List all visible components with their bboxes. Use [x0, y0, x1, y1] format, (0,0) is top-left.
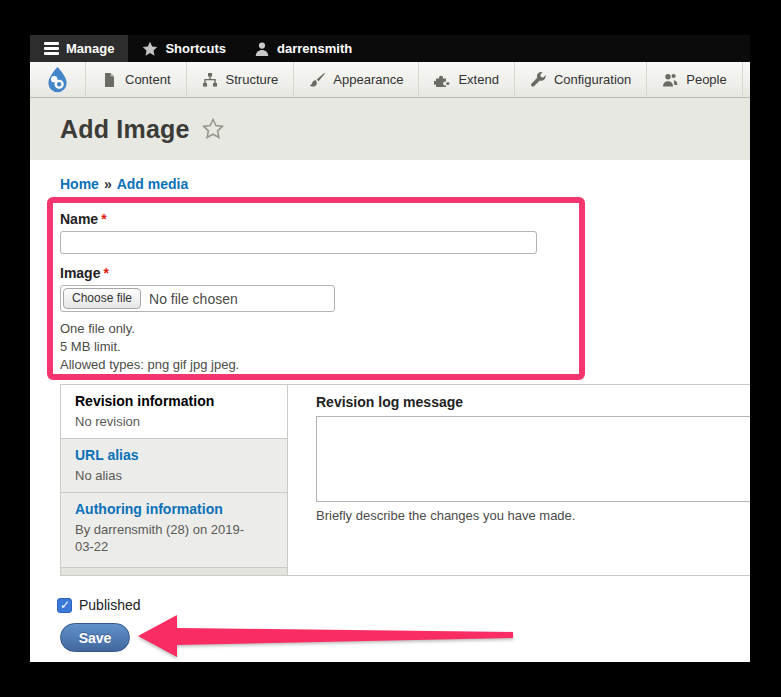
- toolbar-label-configuration: Configuration: [554, 72, 631, 87]
- puzzle-icon: [434, 72, 450, 88]
- image-field-label: Image*: [60, 265, 109, 281]
- help-line-1: One file only.: [60, 320, 239, 338]
- drupal-admin-window: Manage Shortcuts darrensmith: [30, 35, 750, 662]
- toolbar-label-people: People: [686, 72, 726, 87]
- tab-summary: By darrensmith (28) on 2019-03-22: [75, 521, 260, 555]
- revision-tab-panel: Revision log message Briefly describe th…: [288, 385, 750, 575]
- toolbar-item-reports[interactable]: Reports: [743, 62, 750, 97]
- image-field-help: One file only. 5 MB limit. Allowed types…: [60, 320, 239, 374]
- page-title: Add Image: [60, 115, 190, 144]
- sitemap-icon: [202, 72, 218, 88]
- help-line-3: Allowed types: png gif jpg jpeg.: [60, 356, 239, 374]
- username-label: darrensmith: [277, 41, 352, 56]
- tab-summary: No revision: [75, 413, 273, 430]
- admin-top-bar: Manage Shortcuts darrensmith: [30, 35, 750, 62]
- vertical-tabs-menu: Revision information No revision URL ali…: [61, 385, 288, 575]
- help-line-2: 5 MB limit.: [60, 338, 239, 356]
- toolbar-label-appearance: Appearance: [333, 72, 403, 87]
- tab-title: URL alias: [75, 447, 273, 463]
- tab-revision-information[interactable]: Revision information No revision: [61, 385, 287, 438]
- tab-title: Authoring information: [75, 501, 273, 517]
- toolbar-item-configuration[interactable]: Configuration: [515, 62, 647, 97]
- published-label: Published: [79, 597, 141, 613]
- user-icon: [254, 41, 270, 57]
- manage-label: Manage: [66, 41, 114, 56]
- document-icon: [101, 72, 117, 88]
- drupal-logo-icon: [44, 66, 71, 93]
- name-field-label: Name*: [60, 211, 107, 227]
- admin-toolbar: Content Structure Appearance Extend: [30, 62, 750, 98]
- tabs-menu-filler: [61, 567, 287, 575]
- paintbrush-icon: [309, 72, 325, 88]
- breadcrumb: Home»Add media: [60, 176, 188, 192]
- tab-summary: No alias: [75, 467, 273, 484]
- favorite-star-icon[interactable]: [201, 117, 225, 141]
- toolbar-item-people[interactable]: People: [647, 62, 742, 97]
- toolbar-item-content[interactable]: Content: [86, 62, 187, 97]
- vertical-tabs-container: Revision information No revision URL ali…: [60, 384, 750, 576]
- people-icon: [662, 72, 678, 88]
- toolbar-label-extend: Extend: [458, 72, 498, 87]
- main-content: Home»Add media Name* Image* Choose file …: [30, 160, 750, 662]
- user-account-menu-item[interactable]: darrensmith: [240, 35, 366, 62]
- image-file-input[interactable]: Choose file No file chosen: [60, 285, 335, 312]
- save-button[interactable]: Save: [60, 623, 130, 652]
- revision-log-textarea[interactable]: [316, 416, 750, 502]
- published-checkbox-row[interactable]: Published: [57, 597, 141, 613]
- no-file-chosen-text: No file chosen: [149, 291, 238, 307]
- revision-log-label: Revision log message: [316, 394, 750, 410]
- shortcuts-label: Shortcuts: [165, 41, 226, 56]
- revision-log-description: Briefly describe the changes you have ma…: [316, 508, 750, 523]
- drupal-home-button[interactable]: [30, 62, 86, 97]
- wrench-icon: [530, 72, 546, 88]
- star-icon: [142, 41, 158, 57]
- shortcuts-menu-item[interactable]: Shortcuts: [128, 35, 240, 62]
- choose-file-button[interactable]: Choose file: [63, 288, 141, 309]
- tab-title: Revision information: [75, 393, 273, 409]
- tab-url-alias[interactable]: URL alias No alias: [61, 438, 287, 492]
- manage-menu-item[interactable]: Manage: [30, 35, 128, 62]
- toolbar-item-extend[interactable]: Extend: [419, 62, 514, 97]
- hamburger-icon: [44, 42, 59, 55]
- toolbar-item-appearance[interactable]: Appearance: [294, 62, 419, 97]
- toolbar-label-content: Content: [125, 72, 171, 87]
- breadcrumb-add-media-link[interactable]: Add media: [117, 176, 189, 192]
- breadcrumb-home-link[interactable]: Home: [60, 176, 99, 192]
- required-asterisk: *: [103, 265, 108, 281]
- published-checkbox[interactable]: [57, 598, 72, 613]
- tab-authoring-information[interactable]: Authoring information By darrensmith (28…: [61, 492, 287, 567]
- required-asterisk: *: [101, 211, 106, 227]
- toolbar-label-structure: Structure: [226, 72, 279, 87]
- name-input[interactable]: [60, 231, 537, 254]
- page-title-bar: Add Image: [30, 98, 750, 160]
- toolbar-item-structure[interactable]: Structure: [187, 62, 295, 97]
- breadcrumb-separator: »: [104, 176, 112, 192]
